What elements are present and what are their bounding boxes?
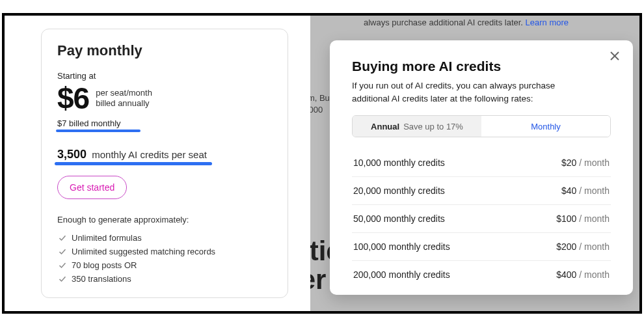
feature-list: Unlimited formulas Unlimited suggested m… [57,231,272,286]
list-item: 350 translations [57,272,272,286]
modal-desc: If you run out of AI credits, you can al… [352,79,586,105]
close-icon[interactable] [610,51,621,62]
enough-label: Enough to generate approximately: [57,215,272,225]
list-item: Unlimited formulas [57,231,272,245]
tier-price: $20 / month [561,157,610,168]
left-pane: Pay monthly Starting at $6 per seat/mont… [5,16,310,311]
tab-annual-bold: Annual [371,122,399,131]
list-item: 70 blog posts OR [57,258,272,272]
plan-price-sub: per seat/month billed annually [96,88,152,109]
tier-per: / month [576,157,610,168]
tier-amount: $400 [556,269,576,280]
tier-amount: $100 [556,213,576,224]
tier-amount: $20 [561,157,576,168]
tab-monthly[interactable]: Monthly [481,116,610,137]
tier-price: $400 / month [556,269,610,280]
plan-price: $6 [57,83,89,113]
right-pane: always purchase additional AI credits la… [310,16,639,311]
feature-label: 70 blog posts OR [72,260,137,270]
alt-price: $7 billed monthly [57,118,121,131]
tier-per: / month [576,213,610,224]
bg-big-2: wer [310,264,326,295]
bg-top-text: always purchase additional AI credits la… [364,17,632,29]
bg-mid-2: with 1,000 [310,105,323,115]
check-icon [59,248,66,256]
bg-top-line: always purchase additional AI credits la… [364,18,523,27]
tier-label: 200,000 monthly credits [353,269,450,280]
feature-label: Unlimited suggested matching records [72,247,215,256]
plan-title: Pay monthly [57,42,272,59]
tier-per: / month [576,185,610,196]
table-row: 20,000 monthly credits $40 / month [352,177,611,205]
bg-mid-1: or Team, Bu [310,93,330,103]
tier-list: 10,000 monthly credits $20 / month 20,00… [352,149,611,288]
modal-title: Buying more AI credits [352,59,611,74]
check-icon [59,234,66,242]
list-item: Unlimited suggested matching records [57,245,272,258]
tier-per: / month [576,269,610,280]
price-sub-line2: billed annually [96,98,149,108]
price-sub-line1: per seat/month [96,88,152,98]
tier-price: $40 / month [561,185,610,196]
learn-more-link[interactable]: Learn more [526,18,569,27]
tier-label: 50,000 monthly credits [353,213,445,224]
tab-annual-rest: Save up to 17% [403,122,463,131]
table-row: 100,000 monthly credits $200 / month [352,233,611,261]
tier-per: / month [576,241,610,252]
tier-label: 100,000 monthly credits [353,241,450,252]
tier-price: $100 / month [556,213,610,224]
price-row: $6 per seat/month billed annually [57,83,272,113]
feature-label: Unlimited formulas [72,233,142,243]
bg-mid-text: or Team, Bu with 1,000 [310,92,330,116]
table-row: 200,000 monthly credits $400 / month [352,261,611,288]
billing-toggle: Annual Save up to 17% Monthly [352,115,611,137]
starting-at-label: Starting at [57,71,272,81]
get-started-button[interactable]: Get started [57,176,127,199]
tier-amount: $200 [556,241,576,252]
table-row: 50,000 monthly credits $100 / month [352,205,611,233]
feature-label: 350 translations [72,274,131,284]
tab-annual[interactable]: Annual Save up to 17% [353,116,481,137]
table-row: 10,000 monthly credits $20 / month [352,149,611,177]
tier-price: $200 / month [556,241,610,252]
credits-value: 3,500 [57,148,87,161]
tier-amount: $40 [561,185,576,196]
credits-row: 3,500 monthly AI credits per seat [57,148,207,165]
credits-label: monthly AI credits per seat [92,149,207,160]
tier-label: 20,000 monthly credits [353,185,445,196]
plan-card: Pay monthly Starting at $6 per seat/mont… [41,29,288,298]
credits-modal: Buying more AI credits If you run out of… [330,40,633,295]
tier-label: 10,000 monthly credits [353,157,445,168]
check-icon [59,262,66,269]
check-icon [59,275,66,283]
stage: Pay monthly Starting at $6 per seat/mont… [2,13,642,314]
